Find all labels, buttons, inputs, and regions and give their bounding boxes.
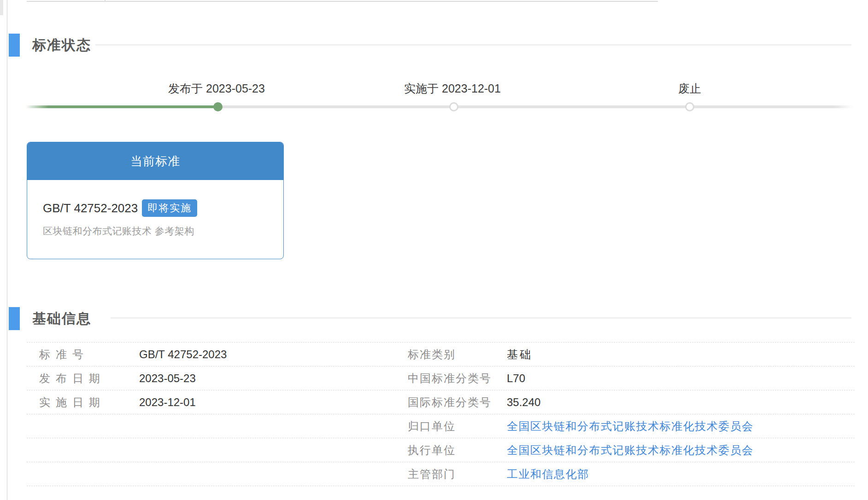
info-label: 执行单位 bbox=[408, 443, 507, 458]
info-label: 归口单位 bbox=[408, 419, 507, 434]
section-divider bbox=[111, 317, 851, 319]
section-title-basic-info: 基础信息 bbox=[32, 307, 91, 330]
table-row: 实施日期 2023-12-01 国际标准分类号 35.240 bbox=[27, 390, 855, 414]
info-value-ics-code: 35.240 bbox=[507, 396, 855, 409]
content-left-border bbox=[6, 0, 8, 500]
basic-info-table: 标准号 GB/T 42752-2023 标准类别 基础 发布日期 2023-05… bbox=[27, 342, 855, 486]
info-label: 发布日期 bbox=[27, 371, 139, 386]
table-row: 标准号 GB/T 42752-2023 标准类别 基础 bbox=[27, 342, 855, 366]
info-value-implement-date: 2023-12-01 bbox=[139, 396, 408, 409]
info-label: 实施日期 bbox=[27, 395, 139, 410]
current-standard-card: 当前标准 GB/T 42752-2023 即将实施 区块链和分布式记账技术 参考… bbox=[27, 142, 284, 259]
timeline-label-abolished: 废止 bbox=[678, 81, 701, 96]
table-column-divider bbox=[105, 0, 106, 2]
standard-code: GB/T 42752-2023 bbox=[43, 201, 138, 215]
standard-code-row: GB/T 42752-2023 即将实施 bbox=[43, 199, 283, 217]
table-row: 执行单位 全国区块链和分布式记账技术标准化技术委员会 bbox=[27, 438, 855, 462]
status-badge: 即将实施 bbox=[142, 199, 197, 217]
info-label: 标准号 bbox=[27, 347, 139, 362]
info-label: 标准类别 bbox=[408, 347, 507, 362]
timeline-dot-abolished bbox=[685, 102, 694, 111]
section-marker bbox=[9, 34, 20, 57]
card-body: GB/T 42752-2023 即将实施 区块链和分布式记账技术 参考架构 bbox=[27, 180, 283, 238]
timeline-label-published: 发布于 2023-05-23 bbox=[168, 81, 265, 96]
card-header: 当前标准 bbox=[27, 142, 283, 180]
executing-unit-link[interactable]: 全国区块链和分布式记账技术标准化技术委员会 bbox=[507, 443, 855, 458]
standard-name: 区块链和分布式记账技术 参考架构 bbox=[43, 225, 283, 238]
competent-department-link[interactable]: 工业和信息化部 bbox=[507, 467, 855, 482]
info-value-ccs-code: L70 bbox=[507, 372, 855, 385]
info-value-publish-date: 2023-05-23 bbox=[139, 372, 408, 385]
table-bottom-border bbox=[27, 1, 658, 2]
section-title-status: 标准状态 bbox=[32, 34, 91, 57]
table-row: 发布日期 2023-05-23 中国标准分类号 L70 bbox=[27, 366, 855, 390]
section-divider bbox=[95, 44, 851, 46]
table-row: 主管部门 工业和信息化部 bbox=[27, 462, 855, 486]
section-marker bbox=[9, 307, 20, 330]
info-value-standard-code: GB/T 42752-2023 bbox=[139, 348, 408, 361]
centralized-unit-link[interactable]: 全国区块链和分布式记账技术标准化技术委员会 bbox=[507, 419, 855, 434]
timeline-dot-published bbox=[213, 102, 223, 111]
timeline-progress bbox=[25, 105, 218, 108]
table-row: 归口单位 全国区块链和分布式记账技术标准化技术委员会 bbox=[27, 414, 855, 438]
info-value-category: 基础 bbox=[507, 347, 855, 362]
scrollbar-fragment bbox=[0, 0, 3, 15]
timeline-dot-implemented bbox=[449, 102, 458, 111]
info-label: 国际标准分类号 bbox=[408, 395, 507, 410]
timeline-label-implemented: 实施于 2023-12-01 bbox=[404, 81, 501, 96]
info-label: 主管部门 bbox=[408, 467, 507, 482]
info-label: 中国标准分类号 bbox=[408, 371, 507, 386]
standard-detail-page: 标准状态 发布于 2023-05-23 实施于 2023-12-01 废止 当前… bbox=[0, 0, 868, 500]
